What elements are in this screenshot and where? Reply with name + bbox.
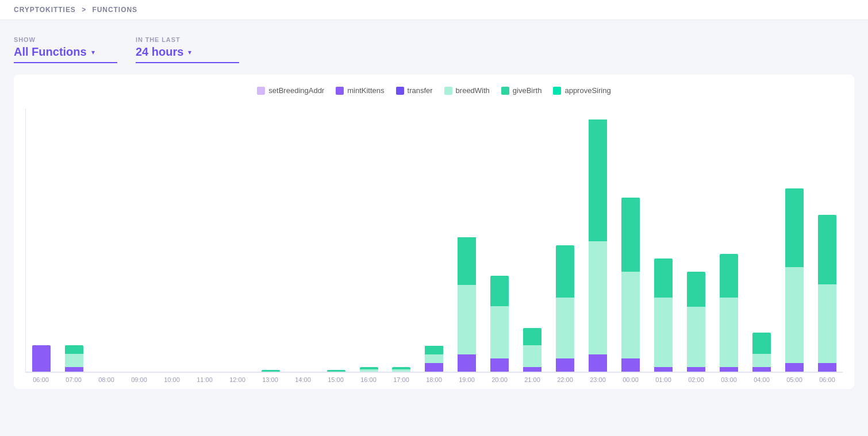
time-value: 24 hours (136, 45, 183, 59)
stacked-bar (752, 333, 771, 372)
bar-segment (654, 367, 673, 372)
bar-segment (818, 215, 836, 284)
x-axis-label: 20:00 (486, 376, 513, 383)
stacked-bar (687, 272, 705, 372)
bar-group (28, 345, 55, 372)
stacked-bar (720, 254, 738, 372)
bar-segment (720, 367, 738, 372)
show-select[interactable]: All Functions ▾ (14, 45, 117, 63)
bar-group (519, 328, 546, 372)
x-axis-label: 18:00 (421, 376, 447, 383)
time-dropdown-arrow: ▾ (188, 48, 191, 56)
bar-segment (621, 272, 640, 359)
stacked-bar (589, 119, 607, 372)
show-dropdown-arrow: ▾ (91, 48, 95, 56)
x-axis-label: 19:00 (454, 376, 480, 383)
bar-group (617, 198, 644, 372)
stacked-bar (262, 370, 280, 372)
bar-segment (360, 369, 378, 372)
bar-segment (785, 267, 804, 363)
bar-group (454, 237, 480, 372)
bar-group (61, 345, 87, 372)
bar-segment (458, 237, 476, 285)
bar-segment (556, 245, 574, 298)
bar-group (716, 254, 742, 372)
bar-group (683, 272, 709, 372)
stacked-bar (818, 215, 836, 372)
stacked-bar (654, 258, 673, 372)
x-axis-label: 23:00 (585, 376, 611, 383)
x-axis-label: 22:00 (552, 376, 578, 383)
breadcrumb-part2: FUNCTIONS (92, 6, 137, 14)
bar-segment (654, 258, 673, 298)
bar-group (258, 370, 284, 372)
x-axis-label: 03:00 (716, 376, 742, 383)
bar-segment (720, 254, 738, 298)
x-axis-label: 05:00 (781, 376, 808, 383)
breadcrumb: CRYPTOKITTIES > FUNCTIONS (14, 6, 137, 14)
bar-group (388, 367, 414, 372)
stacked-bar (32, 345, 51, 372)
bar-segment (785, 188, 804, 267)
bar-segment (523, 328, 541, 345)
stacked-bar (785, 188, 804, 372)
bar-segment (818, 363, 836, 372)
breadcrumb-part1: CRYPTOKITTIES (14, 6, 76, 14)
bar-segment (687, 272, 705, 307)
bar-group (781, 188, 808, 372)
stacked-bar (360, 367, 378, 372)
bar-segment (589, 119, 607, 241)
time-select[interactable]: 24 hours ▾ (136, 45, 239, 63)
legend-label: breedWith (456, 86, 490, 95)
bar-segment (262, 370, 280, 372)
bar-segment (818, 284, 836, 363)
breadcrumb-separator: > (82, 6, 86, 14)
bar-segment (752, 367, 771, 372)
bar-segment (392, 369, 410, 372)
bar-segment (785, 363, 804, 372)
stacked-bar (65, 345, 83, 372)
stacked-bar (556, 245, 574, 372)
legend-item: breedWith (444, 86, 490, 95)
time-filter-group: IN THE LAST 24 hours ▾ (136, 36, 239, 63)
stacked-bar (327, 370, 345, 372)
bar-group (486, 276, 513, 372)
legend-label: giveBirth (513, 86, 542, 95)
bar-segment (523, 367, 541, 372)
bar-segment (621, 198, 640, 272)
x-axis-label: 14:00 (290, 376, 316, 383)
bar-segment (720, 298, 738, 367)
x-axis-labels: 06:0007:0008:0009:0010:0011:0012:0013:00… (25, 373, 843, 383)
x-axis-label: 07:00 (60, 376, 87, 383)
bar-segment (490, 306, 509, 358)
bar-segment (425, 354, 443, 363)
bar-segment (556, 298, 574, 358)
bar-segment (589, 354, 607, 372)
x-axis-label: 00:00 (617, 376, 644, 383)
bar-segment (65, 345, 83, 354)
show-value: All Functions (14, 45, 87, 59)
stacked-bar (621, 198, 640, 372)
x-axis-label: 13:00 (257, 376, 283, 383)
legend-item: giveBirth (501, 86, 542, 95)
bars-wrapper (25, 109, 843, 373)
legend-color (501, 87, 509, 95)
x-axis-label: 12:00 (224, 376, 251, 383)
legend-item: mintKittens (336, 86, 384, 95)
filters: SHOW All Functions ▾ IN THE LAST 24 hour… (14, 36, 854, 63)
legend-label: mintKittens (347, 86, 384, 95)
bar-segment (425, 346, 443, 354)
bar-segment (65, 354, 83, 367)
bar-segment (589, 241, 607, 354)
stacked-bar (458, 237, 476, 372)
legend-item: transfer (396, 86, 433, 95)
legend-label: setBreedingAddr (268, 86, 324, 95)
stacked-bar (490, 276, 509, 372)
chart-container: 06:0007:0008:0009:0010:0011:0012:0013:00… (25, 109, 843, 383)
bar-segment (490, 358, 509, 372)
bar-segment (327, 370, 345, 372)
bar-segment (654, 298, 673, 367)
time-label: IN THE LAST (136, 36, 239, 43)
bar-group (323, 370, 349, 372)
x-axis-label: 01:00 (650, 376, 677, 383)
